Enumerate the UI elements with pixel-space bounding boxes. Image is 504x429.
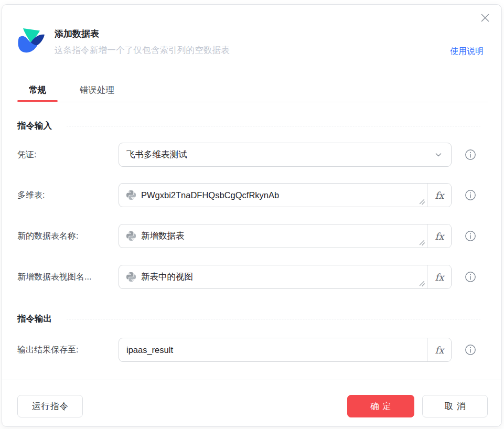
usage-help-link[interactable]: 使用说明 <box>450 46 484 57</box>
run-command-label: 运行指令 <box>32 401 69 412</box>
output-section-heading: 指令输出 <box>17 313 488 325</box>
confirm-button[interactable]: 确定 <box>347 395 414 417</box>
view-name-label: 新增数据表视图名... <box>17 272 119 283</box>
view-name-input[interactable]: 新表中的视图 <box>119 265 427 288</box>
footer-divider <box>2 380 501 380</box>
view-name-fx-button[interactable]: fx <box>427 265 451 288</box>
bitable-input[interactable]: PWgxbi2TnaDFHQsbCgQcfRkynAb <box>119 184 427 207</box>
output-var-label: 输出结果保存至: <box>17 345 119 356</box>
section-dashed-divider <box>67 126 480 126</box>
cancel-button[interactable]: 取消 <box>422 395 488 417</box>
bitable-info-button[interactable] <box>465 189 476 201</box>
info-icon <box>465 149 476 160</box>
close-icon <box>479 12 491 24</box>
field-row-view-name: 新增数据表视图名... 新表中的视图 fx <box>17 265 488 289</box>
field-row-bitable: 多维表: PWgxbi2TnaDFHQsbCgQcfRkynAb fx <box>17 183 488 207</box>
input-section-title: 指令输入 <box>17 120 52 132</box>
field-row-table-name: 新的数据表名称: 新增数据表 fx <box>17 224 488 248</box>
credential-label: 凭证: <box>17 149 119 160</box>
field-row-credential: 凭证: 飞书多维表测试 <box>17 143 488 167</box>
output-var-input[interactable]: ipaas_result <box>119 338 427 361</box>
credential-value: 飞书多维表测试 <box>126 149 187 160</box>
fx-label: fx <box>435 190 444 201</box>
fx-label: fx <box>435 345 444 356</box>
bitable-control: PWgxbi2TnaDFHQsbCgQcfRkynAb fx <box>119 183 452 207</box>
output-var-value: ipaas_result <box>126 345 173 355</box>
view-name-info-button[interactable] <box>465 271 476 283</box>
resize-handle-icon[interactable] <box>419 198 425 205</box>
table-name-info-button[interactable] <box>465 230 476 242</box>
dialog-subtitle: 这条指令新增一个了仅包含索引列的空数据表 <box>55 45 230 56</box>
output-section-title: 指令输出 <box>17 313 52 325</box>
confirm-label: 确定 <box>370 401 395 412</box>
table-name-label: 新的数据表名称: <box>17 231 119 242</box>
output-var-control: ipaas_result fx <box>119 338 452 362</box>
output-var-info-button[interactable] <box>465 344 476 356</box>
table-name-fx-button[interactable]: fx <box>427 224 451 248</box>
view-name-value: 新表中的视图 <box>141 271 193 283</box>
info-icon <box>465 230 476 242</box>
output-var-fx-button[interactable]: fx <box>427 338 451 361</box>
close-button[interactable] <box>478 11 492 25</box>
python-icon <box>126 190 136 200</box>
python-icon <box>126 272 136 282</box>
table-name-input[interactable]: 新增数据表 <box>119 224 427 248</box>
tab-error-handling[interactable]: 错误处理 <box>68 78 126 102</box>
info-icon <box>465 344 476 356</box>
fx-label: fx <box>435 272 444 283</box>
dialog-title: 添加数据表 <box>55 28 99 40</box>
credential-info-button[interactable] <box>465 149 476 160</box>
chevron-down-icon <box>433 149 444 160</box>
bitable-value: PWgxbi2TnaDFHQsbCgQcfRkynAb <box>141 190 279 200</box>
tab-bar: 常规 错误处理 <box>17 78 488 102</box>
resize-handle-icon[interactable] <box>419 280 425 287</box>
field-row-output-var: 输出结果保存至: ipaas_result fx <box>17 338 488 362</box>
fx-label: fx <box>435 231 444 242</box>
run-command-button[interactable]: 运行指令 <box>17 395 83 417</box>
bitable-logo-icon <box>16 26 46 56</box>
table-name-value: 新增数据表 <box>141 230 185 242</box>
credential-select[interactable]: 飞书多维表测试 <box>119 143 452 167</box>
info-icon <box>465 271 476 283</box>
tab-general[interactable]: 常规 <box>17 78 58 102</box>
section-dashed-divider <box>67 319 480 319</box>
info-icon <box>465 189 476 201</box>
input-section-heading: 指令输入 <box>17 120 488 132</box>
table-name-control: 新增数据表 fx <box>119 224 452 248</box>
python-icon <box>126 231 136 241</box>
view-name-control: 新表中的视图 fx <box>119 265 452 289</box>
cancel-label: 取消 <box>445 401 469 412</box>
bitable-fx-button[interactable]: fx <box>427 184 451 207</box>
add-datatable-dialog: 添加数据表 这条指令新增一个了仅包含索引列的空数据表 使用说明 常规 错误处理 … <box>2 4 502 427</box>
resize-handle-icon[interactable] <box>419 239 425 246</box>
bitable-label: 多维表: <box>17 190 119 201</box>
